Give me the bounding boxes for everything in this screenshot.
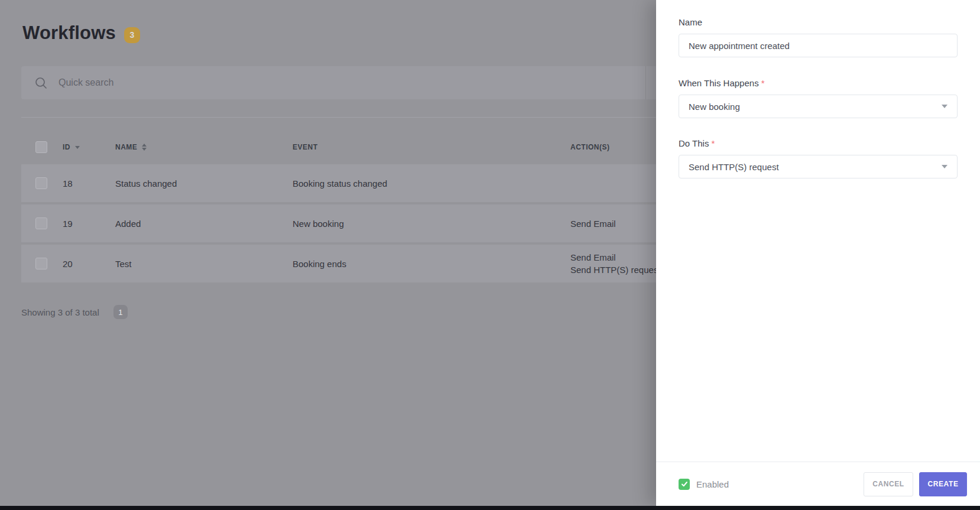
create-button[interactable]: CREATE — [919, 472, 967, 496]
when-this-happens-select[interactable]: New booking — [679, 95, 958, 118]
enabled-label: Enabled — [696, 479, 729, 489]
cell-id: 18 — [63, 178, 73, 189]
name-field-label: Name — [679, 17, 958, 28]
search-bar-divider — [645, 66, 646, 99]
search-input[interactable]: Quick search — [59, 77, 113, 88]
cell-event: New booking — [293, 219, 344, 229]
search-icon — [34, 76, 48, 90]
row-checkbox[interactable] — [35, 217, 47, 229]
do-this-select[interactable]: Send HTTP(S) request — [679, 155, 958, 178]
table-footer: Showing 3 of 3 total 1 — [21, 305, 128, 319]
required-asterisk: * — [711, 138, 715, 148]
cell-event: Booking ends — [293, 259, 346, 269]
enabled-toggle[interactable]: Enabled — [679, 479, 864, 490]
checkmark-icon — [681, 480, 688, 488]
page-header: Workflows 3 — [22, 22, 140, 44]
chevron-down-icon — [942, 105, 947, 108]
create-workflow-drawer: Name New appointment created When This H… — [656, 0, 980, 506]
enabled-checkbox-checked[interactable] — [679, 479, 690, 490]
results-summary: Showing 3 of 3 total — [21, 307, 99, 317]
row-checkbox[interactable] — [35, 177, 47, 189]
column-header-id[interactable]: ID — [63, 143, 80, 151]
sort-desc-icon — [75, 146, 80, 149]
pagination-page-1[interactable]: 1 — [113, 305, 128, 319]
do-this-label: Do This* — [679, 138, 958, 150]
cell-actions: Send Email Send HTTP(S) request — [570, 251, 661, 276]
when-this-happens-label: When This Happens* — [679, 77, 958, 89]
page-title: Workflows — [22, 22, 116, 44]
cell-name: Added — [115, 219, 141, 229]
sort-both-icon — [142, 144, 147, 151]
required-asterisk: * — [761, 78, 765, 88]
workflow-count-badge: 3 — [124, 27, 140, 43]
row-checkbox[interactable] — [35, 258, 47, 269]
name-input[interactable]: New appointment created — [679, 34, 958, 57]
window-bottom-edge — [0, 506, 980, 510]
app-window: Workflows 3 Quick search ID NAME — [0, 0, 980, 510]
drawer-footer: Enabled CANCEL CREATE — [656, 462, 980, 506]
cell-id: 19 — [63, 219, 73, 229]
column-header-event[interactable]: EVENT — [293, 143, 318, 151]
chevron-down-icon — [942, 165, 947, 168]
column-header-name[interactable]: NAME — [115, 143, 147, 151]
cell-name: Test — [115, 259, 132, 269]
column-header-actions[interactable]: ACTION(S) — [570, 143, 610, 151]
cell-actions: Send Email — [570, 219, 616, 229]
cancel-button[interactable]: CANCEL — [864, 472, 913, 496]
cell-event: Booking status changed — [293, 178, 387, 189]
select-all-checkbox[interactable] — [35, 141, 47, 153]
cell-id: 20 — [63, 259, 73, 269]
cell-name: Status changed — [115, 178, 177, 189]
